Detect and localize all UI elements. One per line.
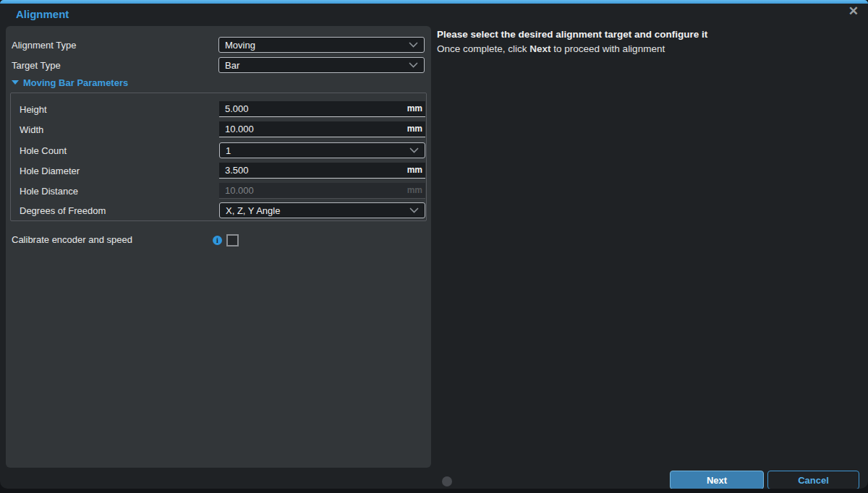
hole-diameter-field-wrap: mm — [219, 163, 425, 179]
target-type-label: Target Type — [12, 57, 61, 73]
width-label: Width — [20, 121, 43, 137]
height-field-wrap: mm — [219, 101, 425, 117]
hole-count-value: 1 — [226, 145, 231, 156]
instructions-line1: Please select the desired alignment targ… — [437, 27, 707, 42]
hole-diameter-input[interactable] — [219, 163, 425, 179]
degrees-of-freedom-value: X, Z, Y Angle — [226, 205, 280, 216]
close-icon[interactable]: ✕ — [848, 4, 859, 19]
section-title: Moving Bar Parameters — [23, 77, 128, 88]
calibrate-checkbox[interactable] — [226, 234, 239, 246]
hole-distance-field-wrap: mm — [219, 183, 425, 199]
instructions-line2-prefix: Once complete, click — [437, 43, 529, 54]
height-row: Height mm — [20, 101, 425, 117]
instructions: Please select the desired alignment targ… — [437, 27, 707, 56]
cancel-button[interactable]: Cancel — [767, 471, 859, 489]
info-icon[interactable]: i — [213, 236, 222, 245]
width-unit: mm — [407, 124, 422, 134]
degrees-of-freedom-row: Degrees of Freedom X, Z, Y Angle — [20, 202, 425, 218]
instructions-line2-next: Next — [529, 43, 550, 54]
width-input[interactable] — [219, 121, 425, 137]
triangle-down-icon — [12, 80, 19, 85]
hole-diameter-unit: mm — [407, 165, 422, 175]
hole-diameter-label: Hole Diameter — [20, 163, 80, 179]
calibrate-row: Calibrate encoder and speed i — [12, 234, 425, 247]
hole-count-dropdown[interactable]: 1 — [219, 142, 425, 158]
hole-distance-label: Hole Distance — [20, 183, 78, 199]
chevron-down-icon — [409, 62, 418, 69]
width-field-wrap: mm — [219, 121, 425, 137]
alignment-dialog: Alignment ✕ Alignment Type Moving Target… — [0, 0, 868, 489]
instructions-line2-suffix: to proceed with alignment — [551, 43, 665, 54]
width-row: Width mm — [20, 121, 425, 137]
chevron-down-icon — [409, 147, 419, 154]
alignment-type-dropdown[interactable]: Moving — [218, 37, 425, 53]
next-button[interactable]: Next — [670, 471, 764, 489]
hole-count-row: Hole Count 1 — [20, 142, 425, 158]
parameters-panel: Alignment Type Moving Target Type Bar — [6, 26, 431, 468]
target-type-row: Target Type Bar — [12, 57, 425, 73]
hole-diameter-row: Hole Diameter mm — [20, 163, 425, 179]
alignment-type-label: Alignment Type — [12, 37, 76, 53]
hole-distance-unit: mm — [407, 185, 422, 195]
height-input[interactable] — [219, 101, 425, 117]
target-type-value: Bar — [225, 60, 239, 71]
target-type-dropdown[interactable]: Bar — [218, 57, 425, 73]
hole-distance-row: Hole Distance mm — [20, 183, 425, 199]
degrees-of-freedom-dropdown[interactable]: X, Z, Y Angle — [219, 202, 425, 218]
dialog-title: Alignment — [16, 8, 69, 20]
instructions-line2: Once complete, click Next to proceed wit… — [437, 42, 707, 56]
hole-count-label: Hole Count — [20, 142, 67, 158]
height-unit: mm — [407, 103, 422, 113]
degrees-of-freedom-label: Degrees of Freedom — [20, 202, 106, 218]
moving-bar-parameters-section-toggle[interactable]: Moving Bar Parameters — [12, 77, 128, 88]
alignment-type-value: Moving — [225, 40, 255, 51]
chevron-down-icon — [409, 207, 419, 214]
height-label: Height — [20, 101, 47, 117]
moving-bar-parameters-group: Height mm Width mm — [10, 93, 427, 221]
dialog-accent-bar — [0, 0, 868, 4]
alignment-type-row: Alignment Type Moving — [12, 37, 425, 53]
chevron-down-icon — [409, 42, 418, 48]
page-indicator-dot — [442, 476, 452, 486]
calibrate-label: Calibrate encoder and speed — [12, 234, 132, 245]
hole-distance-input — [219, 183, 425, 199]
